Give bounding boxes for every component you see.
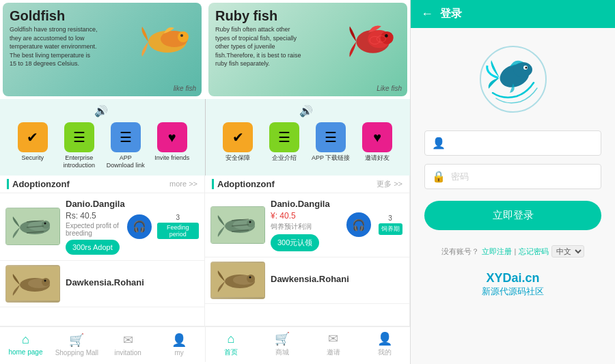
fish-cards-row: Goldfish Goldfish have strong resistance… — [0, 0, 410, 99]
rubyfish-card[interactable]: Ruby fish Ruby fish often attack other t… — [208, 3, 407, 96]
security-icon-item[interactable]: ✔ Security — [12, 122, 53, 169]
shopping-icon: 🛒 — [69, 333, 84, 348]
headset-badge-english[interactable]: 🎧 — [127, 214, 152, 239]
icon-grid-chinese: ✔ 安全保障 ☰ 企业介绍 ☰ APP 下载链接 ♥ 邀请好友 — [212, 120, 403, 165]
nav-home-english[interactable]: ⌂ home page — [0, 327, 51, 362]
password-input[interactable] — [451, 171, 594, 182]
invite-label: Invite friends — [154, 154, 189, 162]
nav-home-chinese[interactable]: ⌂ 首页 — [206, 327, 257, 362]
forgot-password-link[interactable]: 忘记密码 — [519, 247, 549, 257]
svg-point-40 — [525, 67, 527, 69]
svg-point-34 — [247, 275, 255, 283]
shopping-icon-cn: 🛒 — [275, 331, 290, 346]
more-link-english[interactable]: more >> — [169, 180, 197, 188]
nav-my-chinese[interactable]: 👤 我的 — [359, 327, 410, 362]
lock-icon: 🔒 — [432, 170, 446, 183]
invite2-icon-item[interactable]: ♥ 邀请好友 — [357, 122, 398, 162]
danio-name-english: Danio.Dangila — [66, 199, 125, 209]
section-header-chinese: Adoptionzonf 更多 >> — [205, 176, 409, 193]
icon-sections: 🔊 ✔ Security ☰ Enterprise introduction ☰… — [0, 99, 410, 176]
username-input-group[interactable]: 👤 — [424, 130, 601, 156]
nav-invitation-english[interactable]: ✉ invitation — [102, 327, 154, 362]
home-icon: ⌂ — [22, 333, 29, 347]
svg-point-35 — [249, 277, 251, 279]
download-icon-item[interactable]: ☰ APP Download link — [105, 122, 146, 169]
invite2-icon-box: ♥ — [362, 122, 392, 152]
danio-item-english[interactable]: Danio.Dangila Rs: 40.5 Expected profit o… — [0, 193, 204, 261]
download-icon-box: ☰ — [111, 122, 141, 152]
nav-home-label: home page — [8, 348, 42, 356]
nav-my-english[interactable]: 👤 my — [154, 327, 205, 362]
bottom-nav-chinese: ⌂ 首页 🛒 商城 ✉ 邀请 👤 我的 — [206, 326, 411, 362]
login-button[interactable]: 立即登录 — [424, 201, 601, 230]
goldfish-image — [137, 13, 198, 68]
nav-shopping-chinese[interactable]: 🛒 商城 — [256, 327, 308, 362]
svg-point-26 — [247, 219, 255, 227]
svg-point-7 — [385, 34, 388, 38]
enterprise2-icon-item[interactable]: ☰ 企业介绍 — [264, 122, 305, 162]
danio-price-chinese: ¥: 40.5 — [271, 211, 344, 221]
watermark-area: XYDai.cn 新源代源码社区 — [411, 266, 615, 303]
adoption-section-chinese: Adoptionzonf 更多 >> — [205, 176, 410, 326]
login-title: 登录 — [440, 7, 462, 21]
dawken-name-chinese: Dawkensia.Rohani — [271, 274, 404, 284]
nav-shopping-english[interactable]: 🛒 Shopping Mall — [51, 327, 102, 362]
icon-section-english: 🔊 ✔ Security ☰ Enterprise introduction ☰… — [0, 99, 205, 176]
headset-badge-chinese[interactable]: 🎧 — [346, 212, 371, 237]
svg-point-22 — [44, 280, 46, 282]
section-title-chinese: Adoptionzonf — [212, 179, 275, 189]
download2-icon-box: ☰ — [316, 122, 346, 152]
svg-point-2 — [178, 31, 189, 42]
download2-icon-item[interactable]: ☰ APP 下载链接 — [310, 122, 351, 162]
back-button[interactable]: ← — [421, 7, 433, 21]
enterprise-label: Enterprise introduction — [59, 154, 100, 169]
password-input-group[interactable]: 🔒 — [424, 164, 601, 189]
danio-thumb-english — [5, 208, 60, 245]
register-link[interactable]: 立即注册 — [482, 247, 512, 257]
danio-item-chinese[interactable]: Danio.Dangila ¥: 40.5 饲养预计利润 300元认领 🎧 3 … — [205, 193, 409, 257]
dawken-thumb-chinese — [210, 262, 265, 299]
no-account-text: 没有账号？ — [441, 247, 479, 257]
feeding-info-chinese: 3 饲养期 — [377, 214, 404, 235]
danio-adopt-btn-chinese[interactable]: 300元认领 — [271, 232, 344, 251]
left-panel: Goldfish Goldfish have strong resistance… — [0, 0, 410, 364]
rubyfish-desc: Ruby fish often attack other types of tr… — [208, 25, 311, 68]
invite-icon-item[interactable]: ♥ Invite friends — [152, 122, 193, 169]
login-header: ← 登录 — [411, 0, 615, 28]
dawken-info-english: Dawkensia.Rohani — [66, 277, 199, 290]
login-footer: 没有账号？ 立即注册 | 忘记密码 中文 — [411, 237, 615, 266]
danio-detail-english: Expected profit of breeding — [66, 222, 125, 237]
nav-shopping-label-cn: 商城 — [275, 348, 289, 357]
fish-list-sections: Adoptionzonf more >> — [0, 176, 410, 326]
goldfish-card[interactable]: Goldfish Goldfish have strong resistance… — [3, 3, 202, 96]
danio-price-english: Rs: 40.5 — [66, 211, 125, 221]
enterprise-icon-item[interactable]: ☰ Enterprise introduction — [59, 122, 100, 169]
username-input[interactable] — [451, 138, 594, 148]
rubyfish-like[interactable]: Like fish — [377, 85, 402, 92]
danio-info-english: Danio.Dangila Rs: 40.5 Expected profit o… — [66, 199, 125, 255]
security2-icon-item[interactable]: ✔ 安全保障 — [217, 122, 258, 162]
dawken-name-english: Dawkensia.Rohani — [66, 277, 199, 288]
danio-thumb-chinese — [210, 206, 265, 244]
watermark-main-text: XYDai.cn — [421, 271, 605, 285]
language-select[interactable]: 中文 — [551, 245, 584, 257]
enterprise2-label: 企业介绍 — [272, 154, 297, 162]
dawken-item-chinese[interactable]: Dawkensia.Rohani — [205, 257, 409, 304]
nav-my-label: my — [174, 349, 183, 356]
nav-my-label-cn: 我的 — [378, 348, 392, 357]
watermark-sub-text: 新源代源码社区 — [421, 285, 605, 298]
svg-point-13 — [42, 221, 50, 229]
app-logo — [479, 45, 547, 113]
danio-name-chinese: Danio.Dangila — [271, 199, 344, 209]
more-link-chinese[interactable]: 更多 >> — [377, 179, 402, 189]
icon-grid-english: ✔ Security ☰ Enterprise introduction ☰ A… — [7, 120, 198, 172]
danio-detail-chinese: 饲养预计利润 — [271, 222, 344, 232]
nav-invitation-chinese[interactable]: ✉ 邀请 — [308, 327, 359, 362]
goldfish-like[interactable]: like fish — [174, 85, 196, 92]
nav-invitation-label: invitation — [114, 349, 141, 356]
download-label: APP Download link — [105, 154, 146, 169]
danio-adopt-btn-english[interactable]: 300rs Adopt — [66, 237, 125, 255]
dawken-item-english[interactable]: Dawkensia.Rohani — [0, 261, 204, 307]
invitation-icon-cn: ✉ — [328, 331, 338, 346]
download2-label: APP 下载链接 — [312, 154, 350, 162]
